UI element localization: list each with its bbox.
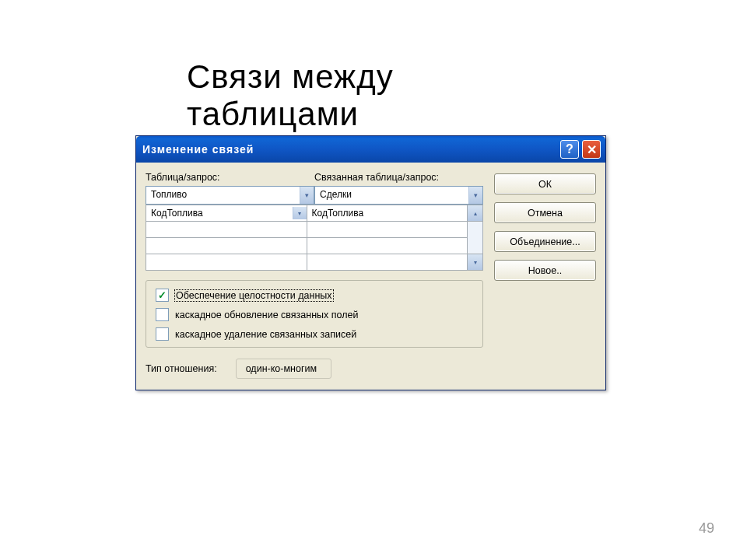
grid-empty-cell[interactable] <box>146 254 307 271</box>
enforce-integrity-checkbox[interactable] <box>156 289 169 302</box>
join-button[interactable]: Объединение... <box>494 231 596 252</box>
cascade-update-label: каскадное обновление связанных полей <box>175 310 358 320</box>
dialog-title: Изменение связей <box>142 143 560 156</box>
chevron-down-icon: ▾ <box>474 259 477 266</box>
cascade-update-checkbox[interactable] <box>156 308 169 321</box>
right-field-cell[interactable]: КодТоплива <box>307 205 468 222</box>
left-table-combo[interactable]: Топливо ▾ <box>146 186 314 205</box>
relationship-type-value: один-ко-многим <box>236 359 331 379</box>
cancel-button[interactable]: Отмена <box>494 202 596 223</box>
vertical-scrollbar[interactable]: ▴ ▾ <box>468 205 483 271</box>
help-button[interactable]: ? <box>560 140 579 159</box>
dropdown-button[interactable]: ▾ <box>468 187 482 204</box>
chevron-up-icon: ▴ <box>474 210 477 217</box>
question-icon: ? <box>566 142 573 156</box>
close-button[interactable]: ✕ <box>582 140 601 159</box>
dropdown-button[interactable]: ▾ <box>293 207 307 219</box>
relationship-type-label: Тип отношения: <box>146 363 217 374</box>
scroll-down-button[interactable]: ▾ <box>468 254 482 270</box>
left-table-value: Топливо <box>146 187 300 204</box>
scroll-up-button[interactable]: ▴ <box>468 205 482 222</box>
new-button[interactable]: Новое.. <box>494 260 596 281</box>
grid-empty-cell[interactable] <box>307 222 468 238</box>
left-field-cell[interactable]: КодТоплива ▾ <box>146 205 307 222</box>
chevron-down-icon: ▾ <box>298 210 301 217</box>
chevron-down-icon: ▾ <box>474 191 478 199</box>
integrity-groupbox: Обеспечение целостности данных каскадное… <box>146 280 483 348</box>
right-field-value: КодТоплива <box>312 208 364 219</box>
grid-empty-cell[interactable] <box>307 254 468 271</box>
slide-title: Связи между таблицами <box>187 58 560 133</box>
scroll-track[interactable] <box>468 222 482 254</box>
ok-button[interactable]: ОК <box>494 173 596 194</box>
grid-empty-cell[interactable] <box>146 222 307 238</box>
edit-relationships-dialog: Изменение связей ? ✕ Таблица/запрос: Свя… <box>135 135 606 390</box>
label-table-query: Таблица/запрос: <box>146 172 314 183</box>
grid-empty-cell[interactable] <box>307 238 468 254</box>
slide-number: 49 <box>699 520 714 537</box>
close-icon: ✕ <box>587 142 597 157</box>
right-table-value: Сделки <box>315 187 468 204</box>
enforce-integrity-label: Обеспечение целостности данных <box>175 290 333 301</box>
cascade-delete-label: каскадное удаление связанных записей <box>175 329 356 340</box>
chevron-down-icon: ▾ <box>305 191 309 199</box>
cascade-delete-checkbox[interactable] <box>156 327 169 341</box>
label-related-table-query: Связанная таблица/запрос: <box>314 172 483 183</box>
titlebar: Изменение связей ? ✕ <box>136 136 605 163</box>
grid-empty-cell[interactable] <box>146 238 307 254</box>
dropdown-button[interactable]: ▾ <box>300 187 314 204</box>
right-table-combo[interactable]: Сделки ▾ <box>314 186 483 205</box>
left-field-value: КодТоплива <box>151 208 203 219</box>
